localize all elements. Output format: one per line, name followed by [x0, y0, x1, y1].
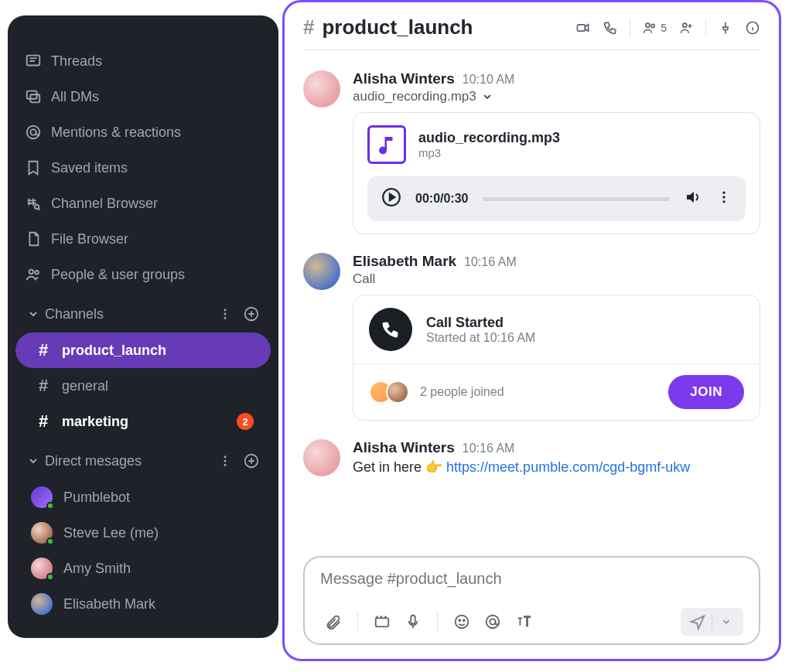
- sidebar-item-label: File Browser: [51, 231, 128, 247]
- player-menu-button[interactable]: [716, 189, 732, 208]
- format-button[interactable]: [510, 610, 537, 633]
- attachment-name: audio_recording.mp3: [353, 89, 476, 104]
- audio-call-button[interactable]: [603, 20, 618, 36]
- message-author[interactable]: Alisha Winters: [353, 439, 455, 456]
- dm-icon: [25, 88, 51, 105]
- dm-section-header[interactable]: Direct mesages: [8, 442, 278, 479]
- sidebar-item-mentions[interactable]: Mentions & reactions: [8, 114, 278, 150]
- sidebar-item-threads[interactable]: Threads: [8, 43, 278, 79]
- message-link: Alisha Winters 10:16 AM Get in here 👉 ht…: [303, 433, 760, 483]
- progress-bar[interactable]: [483, 197, 671, 201]
- audio-player: 00:0/0:30: [367, 176, 746, 221]
- audio-attachment-card: audio_recording.mp3 mp3 00:0/0:30: [353, 112, 760, 234]
- sidebar-item-label: People & user groups: [51, 267, 185, 283]
- call-title: Call Started: [426, 315, 535, 331]
- section-label: Direct mesages: [45, 453, 212, 469]
- message-input[interactable]: [320, 570, 743, 588]
- send-button[interactable]: [684, 611, 712, 633]
- hash-icon: #: [39, 411, 62, 432]
- channel-title[interactable]: # product_launch: [303, 15, 473, 39]
- hash-icon: #: [303, 15, 314, 39]
- channel-name: marketing: [62, 414, 237, 430]
- sidebar-item-label: Mentions & reactions: [51, 125, 181, 141]
- dm-item-steve-lee[interactable]: Steve Lee (me): [8, 515, 278, 551]
- record-audio-button[interactable]: [400, 610, 426, 633]
- channel-title-text: product_launch: [322, 15, 473, 39]
- volume-button[interactable]: [684, 188, 702, 210]
- hash-icon: #: [39, 340, 62, 360]
- avatar: [303, 70, 340, 107]
- add-member-button[interactable]: [678, 20, 694, 36]
- channel-item-product-launch[interactable]: # product_launch: [15, 333, 271, 368]
- channel-name: product_launch: [62, 343, 254, 359]
- dm-item-elisabeth-mark[interactable]: Elisabeth Mark: [8, 586, 278, 622]
- avatar: [31, 558, 53, 579]
- joined-text: 2 people joined: [420, 385, 657, 399]
- dm-name: Amy Smith: [63, 561, 131, 577]
- svg-point-30: [486, 616, 500, 629]
- message-author[interactable]: Elisabeth Mark: [353, 253, 456, 270]
- add-channel-button[interactable]: [238, 305, 265, 322]
- attachment-label-row[interactable]: audio_recording.mp3: [353, 89, 760, 104]
- channel-item-marketing[interactable]: # marketing 2: [15, 404, 271, 439]
- sidebar-item-saved[interactable]: Saved items: [8, 150, 278, 186]
- info-button[interactable]: [745, 20, 760, 36]
- members-count: 5: [661, 22, 667, 34]
- svg-point-19: [683, 23, 687, 27]
- svg-point-13: [224, 460, 227, 462]
- divider: [705, 19, 706, 37]
- sidebar-item-label: Saved items: [51, 160, 128, 176]
- sidebar-item-channel-browser[interactable]: Channel Browser: [8, 186, 278, 221]
- sidebar-item-people-groups[interactable]: People & user groups: [8, 257, 278, 292]
- send-options-button[interactable]: [712, 611, 740, 633]
- message-subline: Call: [353, 271, 760, 287]
- svg-point-12: [224, 455, 227, 458]
- svg-point-3: [27, 126, 40, 139]
- attach-button[interactable]: [320, 610, 346, 633]
- svg-point-17: [646, 23, 650, 27]
- record-video-button[interactable]: [369, 610, 395, 633]
- sidebar-item-label: All DMs: [51, 89, 99, 105]
- sidebar-item-all-dms[interactable]: All DMs: [8, 79, 278, 114]
- chat-panel: # product_launch 5: [282, 0, 781, 661]
- call-subtext: Started at 10:16 AM: [426, 331, 535, 345]
- send-button-group: [681, 608, 743, 636]
- dm-item-pumblebot[interactable]: Pumblebot: [8, 479, 278, 515]
- bookmark-icon: [25, 159, 51, 176]
- sidebar-item-file-browser[interactable]: File Browser: [8, 221, 278, 257]
- message-author[interactable]: Alisha Winters: [353, 70, 455, 87]
- pin-button[interactable]: [718, 20, 733, 36]
- svg-point-5: [35, 205, 39, 210]
- svg-point-10: [224, 317, 227, 319]
- sidebar: Threads All DMs Mentions & reactions Sav…: [8, 15, 278, 638]
- chevron-down-icon: [22, 455, 45, 467]
- svg-point-28: [459, 619, 460, 621]
- play-button[interactable]: [381, 187, 401, 210]
- chevron-down-icon: [481, 90, 493, 103]
- joined-avatars: [369, 380, 409, 404]
- mention-button[interactable]: [480, 610, 506, 633]
- svg-point-29: [463, 619, 465, 621]
- section-menu-button[interactable]: [212, 454, 238, 468]
- join-button[interactable]: JOIN: [668, 375, 744, 409]
- channel-item-general[interactable]: # general: [15, 368, 271, 404]
- section-menu-button[interactable]: [212, 307, 238, 321]
- emoji-button[interactable]: [449, 610, 475, 633]
- members-button[interactable]: 5: [642, 20, 667, 36]
- message-audio: Alisha Winters 10:10 AM audio_recording.…: [303, 64, 760, 240]
- chat-body: Alisha Winters 10:10 AM audio_recording.…: [303, 50, 760, 544]
- channels-section-header[interactable]: Channels: [8, 295, 278, 333]
- svg-point-6: [29, 270, 34, 275]
- video-call-button[interactable]: [575, 20, 591, 36]
- meeting-link[interactable]: https://meet.pumble.com/cgd-bgmf-ukw: [446, 459, 690, 475]
- add-dm-button[interactable]: [238, 452, 265, 469]
- svg-point-4: [30, 129, 36, 135]
- unread-badge: 2: [237, 413, 254, 430]
- chevron-down-icon: [22, 308, 45, 320]
- divider: [357, 612, 358, 632]
- avatar: [386, 380, 409, 404]
- dm-item-amy-smith[interactable]: Amy Smith: [8, 551, 278, 586]
- sidebar-item-label: Threads: [51, 53, 102, 70]
- sidebar-item-label: Channel Browser: [51, 196, 158, 212]
- svg-point-31: [490, 619, 495, 624]
